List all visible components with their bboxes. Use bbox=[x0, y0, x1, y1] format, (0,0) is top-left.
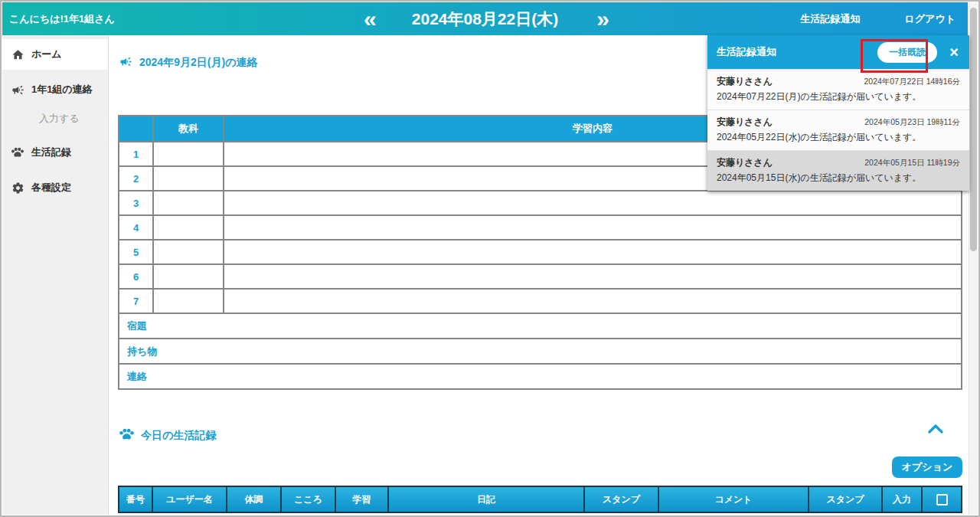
select-all-checkbox[interactable] bbox=[936, 494, 948, 506]
notification-sender: 安藤りささん bbox=[717, 156, 773, 169]
user-greeting: こんにちは!1年1組さん bbox=[2, 12, 115, 26]
subject-cell bbox=[152, 191, 223, 214]
col-mind: こころ bbox=[280, 487, 335, 512]
home-icon bbox=[11, 47, 24, 61]
notification-sender: 安藤りささん bbox=[717, 75, 773, 88]
paw-icon bbox=[119, 427, 135, 443]
sidebar-item-settings[interactable]: 各種設定 bbox=[2, 172, 108, 203]
notification-item[interactable]: 安藤りささん 2024年07月22日 14時16分 2024年07月22日(月)… bbox=[707, 69, 969, 110]
belongings-row: 持ち物 bbox=[119, 338, 961, 363]
notification-item-read[interactable]: 安藤りささん 2024年05月15日 11時19分 2024年05月15日(水)… bbox=[707, 150, 969, 191]
record-heading-text: 今日の生活記録 bbox=[141, 429, 216, 443]
logout-link[interactable]: ログアウト bbox=[904, 12, 956, 26]
period-number: 2 bbox=[119, 167, 152, 190]
content-cell bbox=[223, 241, 961, 263]
record-notification-link[interactable]: 生活記録通知 bbox=[800, 12, 860, 26]
next-day-button[interactable]: » bbox=[593, 7, 609, 31]
col-study: 学習 bbox=[335, 487, 387, 512]
notification-message: 2024年05月15日(水)の生活記録が届いています。 bbox=[717, 172, 960, 185]
vertical-scrollbar[interactable] bbox=[969, 2, 978, 515]
timetable-row: 5 bbox=[119, 239, 961, 263]
record-table-header: 番号 ユーザー名 体調 こころ 学習 日記 スタンプ コメント スタンプ 入力 bbox=[118, 486, 962, 513]
period-number: 3 bbox=[119, 191, 152, 214]
subject-cell bbox=[152, 265, 223, 288]
col-condition: 体調 bbox=[226, 487, 280, 512]
notification-timestamp: 2024年05月23日 19時11分 bbox=[864, 117, 960, 128]
scrollbar-thumb[interactable] bbox=[970, 8, 977, 251]
notification-timestamp: 2024年07月22日 14時16分 bbox=[864, 77, 961, 87]
gear-icon bbox=[11, 181, 24, 195]
timetable-row: 6 bbox=[119, 263, 961, 288]
sidebar-item-label: ホーム bbox=[31, 47, 62, 61]
sidebar: ホーム 1年1組の連絡 入力する 生活記録 各種設定 bbox=[2, 35, 109, 515]
mark-all-read-button[interactable]: 一括既読 bbox=[877, 42, 937, 63]
col-comment: コメント bbox=[658, 487, 808, 512]
content-cell bbox=[223, 191, 961, 214]
col-select bbox=[921, 487, 961, 512]
notification-panel-header: 生活記録通知 一括既読 × bbox=[707, 35, 969, 69]
prev-day-button[interactable]: « bbox=[361, 7, 377, 31]
sidebar-item-home[interactable]: ホーム bbox=[2, 39, 108, 70]
subject-cell bbox=[152, 142, 223, 165]
notification-panel: 生活記録通知 一括既読 × 安藤りささん 2024年07月22日 14時16分 … bbox=[707, 35, 969, 191]
content-cell bbox=[223, 216, 961, 239]
col-number: 番号 bbox=[119, 487, 152, 512]
content-cell bbox=[223, 265, 961, 288]
subject-cell bbox=[152, 167, 223, 190]
subject-cell bbox=[152, 241, 223, 263]
notification-message: 2024年05月22日(水)の生活記録が届いています。 bbox=[717, 131, 960, 144]
sidebar-item-class-notice[interactable]: 1年1組の連絡 bbox=[2, 74, 108, 105]
col-input: 入力 bbox=[881, 487, 921, 512]
notification-timestamp: 2024年05月15日 11時19分 bbox=[864, 158, 960, 169]
notification-message: 2024年07月22日(月)の生活記録が届いています。 bbox=[717, 90, 960, 103]
top-bar: こんにちは!1年1組さん « 2024年08月22日(木) » 生活記録通知 ロ… bbox=[2, 2, 968, 35]
col-username: ユーザー名 bbox=[152, 487, 226, 512]
date-navigation: « 2024年08月22日(木) » bbox=[361, 7, 609, 31]
sidebar-item-label: 各種設定 bbox=[31, 181, 71, 195]
period-number: 4 bbox=[119, 216, 152, 239]
timetable-row: 4 bbox=[119, 214, 961, 239]
subject-cell bbox=[152, 216, 223, 239]
current-date: 2024年08月22日(木) bbox=[412, 8, 558, 30]
paw-icon bbox=[11, 146, 24, 159]
timetable-row: 3 bbox=[119, 190, 961, 214]
homework-row: 宿題 bbox=[119, 312, 961, 338]
col-diary: 日記 bbox=[387, 487, 583, 512]
subject-cell bbox=[152, 290, 223, 312]
period-number: 6 bbox=[119, 265, 152, 288]
notification-item[interactable]: 安藤りささん 2024年05月23日 19時11分 2024年05月22日(水)… bbox=[707, 110, 969, 150]
notification-sender: 安藤りささん bbox=[717, 116, 773, 129]
period-number: 7 bbox=[119, 290, 152, 312]
timetable-row: 7 bbox=[119, 288, 961, 312]
content-cell bbox=[223, 290, 961, 312]
sidebar-item-label: 生活記録 bbox=[31, 146, 71, 159]
notice-heading-text: 2024年9月2日(月)の連絡 bbox=[139, 56, 257, 70]
timetable-header-period: 時間 bbox=[119, 116, 152, 141]
notice-section-heading: 2024年9月2日(月)の連絡 bbox=[119, 55, 257, 70]
close-icon[interactable]: × bbox=[949, 44, 959, 60]
timetable-header-subject: 教科 bbox=[152, 116, 223, 141]
megaphone-icon bbox=[119, 55, 133, 70]
sidebar-item-life-record[interactable]: 生活記録 bbox=[2, 137, 108, 168]
col-stamp2: スタンプ bbox=[808, 487, 881, 512]
app-window: こんにちは!1年1組さん « 2024年08月22日(木) » 生活記録通知 ロ… bbox=[0, 0, 980, 517]
top-links: 生活記録通知 ログアウト bbox=[800, 12, 968, 26]
megaphone-icon bbox=[11, 83, 24, 97]
period-number: 1 bbox=[119, 142, 152, 165]
notification-panel-title: 生活記録通知 bbox=[717, 45, 776, 59]
sidebar-item-label: 1年1組の連絡 bbox=[31, 83, 93, 97]
record-section-heading: 今日の生活記録 bbox=[119, 427, 216, 443]
sidebar-item-input[interactable]: 入力する bbox=[2, 105, 108, 133]
chevron-up-icon[interactable] bbox=[927, 423, 944, 437]
options-button[interactable]: オプション bbox=[892, 456, 962, 478]
contact-row: 連絡 bbox=[119, 363, 961, 388]
period-number: 5 bbox=[119, 241, 152, 263]
col-stamp: スタンプ bbox=[583, 487, 658, 512]
